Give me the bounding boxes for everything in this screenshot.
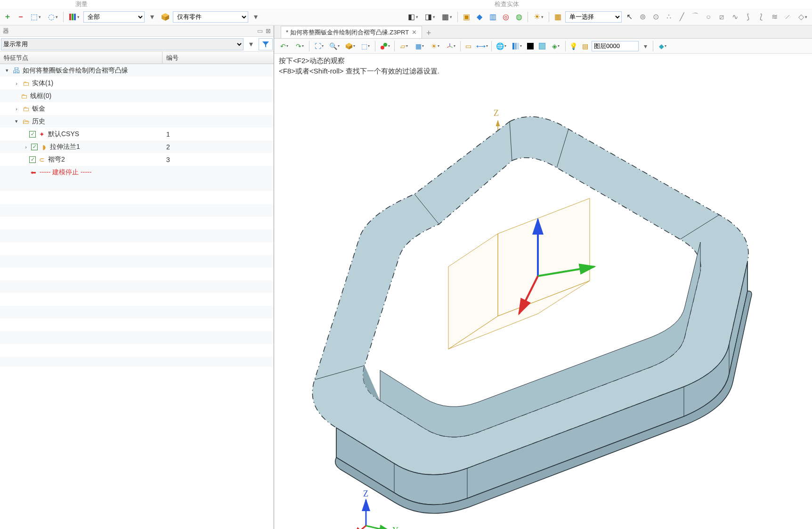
globe-icon[interactable]: 🌐 [494, 41, 508, 51]
curve2-icon[interactable]: ⟅ [755, 11, 767, 23]
wave-icon[interactable]: ∿ [729, 11, 740, 23]
tree-item-num: 1 [162, 130, 170, 138]
render-icon[interactable] [343, 41, 357, 51]
select-box-icon[interactable]: ⬚ [28, 11, 43, 23]
menu-inspect[interactable]: 检查实体 [495, 0, 519, 8]
layer-input[interactable] [592, 41, 639, 51]
tree-root[interactable]: ▾ 品 如何将整圈钣金件绘制闭合褶弯凸缘 [0, 64, 274, 77]
skin-icon[interactable] [510, 41, 524, 51]
expand-icon[interactable]: › [13, 81, 20, 86]
bulb-icon[interactable]: 💡 [568, 41, 578, 51]
expand-icon[interactable]: › [23, 144, 29, 150]
multi-icon[interactable]: ≋ [769, 11, 780, 23]
zoom-all-icon[interactable]: ⛶ [312, 41, 326, 51]
tool10-icon[interactable]: ▦ [552, 11, 563, 23]
panel-min-icon[interactable]: ▭ [257, 27, 263, 34]
layer-stack-icon[interactable]: ▤ [580, 41, 590, 51]
csys-view-icon[interactable] [444, 41, 458, 51]
csys-icon: ✦ [38, 130, 46, 138]
view2-icon[interactable]: ◨ [422, 11, 438, 23]
material-cube-icon[interactable]: ◆ [656, 41, 670, 51]
tree-item-label: 实体(1) [32, 79, 53, 88]
analysis-icon[interactable] [378, 41, 392, 51]
tree-history-flange[interactable]: › ✓ ◗ 拉伸法兰1 2 [0, 140, 274, 153]
undo-icon[interactable]: ↶ [277, 41, 291, 51]
parts-dropdown-icon[interactable]: ▾ [250, 11, 261, 23]
tree-history-csys[interactable]: ✓ ✦ 默认CSYS 1 [0, 128, 274, 140]
tab-active[interactable]: * 如何将整圈钣金件绘制闭合褶弯凸缘.Z3PRT ✕ [281, 26, 422, 38]
menu-measure[interactable]: 测量 [75, 0, 88, 8]
folder-icon: 🗀 [22, 79, 30, 88]
tree-stop[interactable]: ⬅ ----- 建模停止 ----- [0, 166, 274, 179]
collapse-icon[interactable]: ▾ [4, 67, 10, 73]
svg-marker-6 [262, 41, 269, 48]
col-feature[interactable]: 特征节点 [0, 52, 162, 64]
checkbox-icon[interactable]: ✓ [29, 156, 36, 163]
tool8-icon[interactable]: ◍ [513, 11, 525, 23]
layer-icon[interactable]: ◇ [795, 11, 810, 23]
color-icon[interactable] [66, 11, 81, 23]
play-icon[interactable]: ⊙ [650, 11, 661, 23]
panel-close-icon[interactable]: ⊠ [266, 27, 271, 34]
checkbox-icon[interactable]: ✓ [31, 144, 38, 150]
line-icon[interactable]: ╱ [676, 11, 688, 23]
circle-select-icon[interactable]: ◌ [45, 11, 60, 23]
plane-icon[interactable]: ▱ [397, 41, 411, 51]
tree-history-hem[interactable]: ✓ ⊂ 褶弯2 3 [0, 153, 274, 166]
color-black-icon[interactable] [525, 41, 536, 51]
tool9-icon[interactable]: ☀ [531, 11, 546, 23]
diag-icon[interactable]: ⧄ [716, 11, 727, 23]
tool7-icon[interactable]: ◎ [500, 11, 512, 23]
target-icon[interactable]: ⊚ [637, 11, 648, 23]
tool6-icon[interactable]: ▥ [487, 11, 498, 23]
circle-icon[interactable]: ○ [703, 11, 714, 23]
top-menu: 测量 检查实体 [0, 0, 812, 8]
wireframe-icon[interactable]: ⬚ [358, 41, 373, 51]
hem-icon: ⊂ [38, 155, 46, 164]
plane2-icon[interactable]: ▭ [463, 41, 473, 51]
feature-tree[interactable]: ▾ 品 如何将整圈钣金件绘制闭合褶弯凸缘 › 🗀 实体(1) 🗀 线框(0) ›… [0, 64, 274, 529]
dash-icon[interactable]: ⟋ [782, 11, 793, 23]
arc-icon[interactable]: ⌒ [690, 11, 701, 23]
zoom-icon[interactable]: 🔍 [327, 41, 341, 51]
tool5-icon[interactable]: ◆ [474, 11, 485, 23]
material-icon[interactable]: ◈ [549, 41, 563, 51]
panel-filter-row: 显示常用 ▾ [0, 37, 274, 52]
folder-open-icon: 🗁 [22, 117, 30, 126]
select-mode[interactable]: 单一选择 [565, 11, 622, 23]
curve-icon[interactable]: ⟆ [742, 11, 754, 23]
svg-text:Z: Z [363, 489, 368, 498]
expand-icon[interactable]: › [13, 106, 20, 112]
checkbox-icon[interactable]: ✓ [29, 131, 36, 138]
collapse-icon[interactable]: ▾ [13, 118, 20, 124]
quad-icon[interactable]: ▦ [413, 41, 427, 51]
tree-item-num: 3 [162, 156, 170, 163]
3d-viewport[interactable]: Z Y [274, 78, 812, 529]
view1-icon[interactable]: ◧ [406, 11, 421, 23]
point-icon[interactable]: ∴ [663, 11, 674, 23]
add-icon[interactable]: ＋ [2, 11, 13, 23]
close-icon[interactable]: ✕ [412, 29, 417, 36]
cursor-icon[interactable]: ↖ [624, 11, 635, 23]
view3-icon[interactable]: ▦ [439, 11, 455, 23]
filter-select[interactable]: 全部 [83, 11, 145, 23]
tab-add-icon[interactable]: + [423, 28, 434, 38]
tool4-icon[interactable]: ▣ [461, 11, 472, 23]
tree-item-sheetmetal[interactable]: › 🗀 钣金 [0, 102, 274, 115]
remove-icon[interactable]: − [15, 11, 26, 23]
filter-dropdown-icon[interactable]: ▾ [146, 11, 158, 23]
layer-dd-icon[interactable]: ▾ [640, 41, 650, 51]
measure-icon[interactable]: ⟷ [475, 41, 489, 51]
sun-icon[interactable]: ☀ [428, 41, 442, 51]
tree-item-history[interactable]: ▾ 🗁 历史 [0, 115, 274, 128]
tree-item-wireframe[interactable]: 🗀 线框(0) [0, 90, 274, 102]
display-mode-dd-icon[interactable]: ▾ [245, 39, 257, 50]
cube-icon[interactable] [160, 11, 171, 23]
parts-only-select[interactable]: 仅有零件 [173, 11, 248, 23]
display-mode-select[interactable]: 显示常用 [1, 38, 244, 50]
redo-icon[interactable]: ↷ [292, 41, 307, 51]
col-number[interactable]: 编号 [162, 52, 274, 64]
tree-item-solid[interactable]: › 🗀 实体(1) [0, 77, 274, 90]
funnel-icon[interactable] [259, 38, 273, 50]
color-blue-icon[interactable] [537, 41, 547, 51]
